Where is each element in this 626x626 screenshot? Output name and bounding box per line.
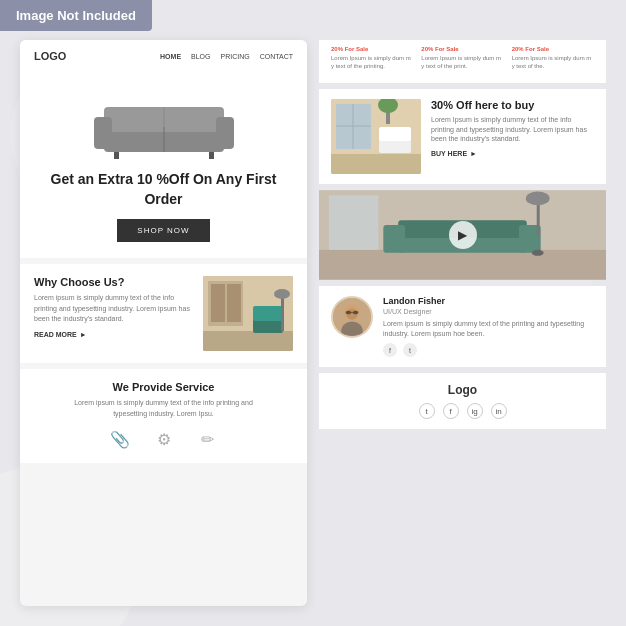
top-label-1: 20% For Sale — [331, 46, 413, 52]
profile-social-row: f t — [383, 343, 594, 357]
svg-rect-5 — [216, 117, 234, 149]
nav-home[interactable]: HOME — [160, 53, 181, 60]
why-image — [203, 276, 293, 351]
svg-rect-24 — [379, 127, 411, 141]
footer-twitter-icon[interactable]: t — [419, 403, 435, 419]
footer-instagram-icon[interactable]: ig — [467, 403, 483, 419]
top-item-2: 20% For Sale Lorem Ipsum is simply dum m… — [421, 46, 503, 71]
left-nav: LOGO HOME BLOG PRICING CONTACT — [20, 40, 307, 72]
profile-body: Lorem ipsum is simply dummy text of the … — [383, 319, 594, 339]
right-top-row: 20% For Sale Lorem Ipsum is simply dum m… — [331, 46, 594, 71]
play-button[interactable]: ▶ — [449, 221, 477, 249]
right-promo-section: 30% Off here to buy Lorem Ipsum is simpl… — [319, 89, 606, 184]
shop-now-button[interactable]: SHOP NOW — [117, 219, 209, 242]
svg-rect-13 — [227, 284, 241, 322]
top-body-3: Lorem Ipsum is simply dum m y text of th… — [512, 54, 594, 71]
nav-blog[interactable]: BLOG — [191, 53, 210, 60]
left-nav-links: HOME BLOG PRICING CONTACT — [160, 53, 293, 60]
profile-text: Landon Fisher UI/UX Designer Lorem ipsum… — [383, 296, 594, 358]
right-top-section: 20% For Sale Lorem Ipsum is simply dum m… — [319, 40, 606, 83]
left-logo: LOGO — [34, 50, 66, 62]
clip-icon: 📎 — [108, 427, 132, 451]
settings-icon: ⚙ — [152, 427, 176, 451]
top-item-3: 20% For Sale Lorem Ipsum is simply dum m… — [512, 46, 594, 71]
service-icons-row: 📎 ⚙ ✏ — [34, 427, 293, 451]
footer-facebook-icon[interactable]: f — [443, 403, 459, 419]
svg-point-17 — [274, 289, 290, 299]
svg-rect-4 — [94, 117, 112, 149]
promo-title: 30% Off here to buy — [431, 99, 594, 111]
read-more-link[interactable]: READ MORE ► — [34, 331, 193, 338]
sofa-image — [84, 82, 244, 162]
profile-role: UI/UX Designer — [383, 308, 594, 315]
right-panel: 20% For Sale Lorem Ipsum is simply dum m… — [319, 40, 606, 606]
right-profile-section: Landon Fisher UI/UX Designer Lorem ipsum… — [319, 286, 606, 368]
arrow-right-icon: ► — [470, 150, 477, 157]
svg-rect-16 — [281, 296, 284, 331]
why-title: Why Choose Us? — [34, 276, 193, 288]
image-not-included-banner: Image Not Included — [0, 0, 152, 31]
panels-container: LOGO HOME BLOG PRICING CONTACT — [20, 40, 606, 606]
nav-contact[interactable]: CONTACT — [260, 53, 293, 60]
promo-text: 30% Off here to buy Lorem Ipsum is simpl… — [431, 99, 594, 157]
top-label-3: 20% For Sale — [512, 46, 594, 52]
svg-point-34 — [526, 191, 550, 205]
svg-rect-28 — [319, 250, 606, 280]
svg-rect-31 — [383, 225, 405, 253]
arrow-icon: ► — [80, 331, 87, 338]
top-label-2: 20% For Sale — [421, 46, 503, 52]
profile-avatar — [331, 296, 373, 338]
svg-rect-41 — [346, 310, 351, 314]
left-panel: LOGO HOME BLOG PRICING CONTACT — [20, 40, 307, 606]
twitter-icon[interactable]: t — [403, 343, 417, 357]
pencil-icon: ✏ — [196, 427, 220, 451]
service-title: We Provide Service — [34, 381, 293, 393]
hero-section: Get an Extra 10 %Off On Any First Order … — [20, 72, 307, 258]
top-body-2: Lorem Ipsum is simply dum m y text of th… — [421, 54, 503, 71]
why-body: Lorem ipsum is simply dummy text of the … — [34, 293, 193, 325]
service-section: We Provide Service Lorem ipsum is simply… — [20, 369, 307, 463]
svg-rect-33 — [537, 200, 540, 235]
service-body: Lorem ipsum is simply dummy text of the … — [64, 398, 264, 419]
facebook-icon[interactable]: f — [383, 343, 397, 357]
svg-rect-15 — [253, 306, 283, 321]
promo-body: Lorem Ipsum is simply dummy text of the … — [431, 115, 594, 144]
footer-linkedin-icon[interactable]: in — [491, 403, 507, 419]
nav-pricing[interactable]: PRICING — [221, 53, 250, 60]
top-item-1: 20% For Sale Lorem Ipsum is simply dum m… — [331, 46, 413, 71]
buy-here-link[interactable]: BUY HERE ► — [431, 150, 594, 157]
profile-name: Landon Fisher — [383, 296, 594, 306]
svg-rect-36 — [329, 195, 378, 249]
why-section: Why Choose Us? Lorem ipsum is simply dum… — [20, 264, 307, 363]
right-footer-section: Logo t f ig in — [319, 373, 606, 429]
promo-image — [331, 99, 421, 174]
right-video-section: ▶ — [319, 190, 606, 280]
hero-headline: Get an Extra 10 %Off On Any First Order — [34, 170, 293, 209]
svg-rect-19 — [331, 154, 421, 174]
svg-rect-42 — [353, 310, 358, 314]
footer-social-row: t f ig in — [331, 403, 594, 419]
svg-rect-23 — [379, 139, 411, 153]
svg-point-35 — [532, 250, 544, 256]
svg-rect-9 — [203, 331, 293, 351]
footer-logo: Logo — [331, 383, 594, 397]
top-body-1: Lorem Ipsum is simply dum m y text of th… — [331, 54, 413, 71]
svg-rect-12 — [211, 284, 225, 322]
why-text: Why Choose Us? Lorem ipsum is simply dum… — [34, 276, 193, 338]
